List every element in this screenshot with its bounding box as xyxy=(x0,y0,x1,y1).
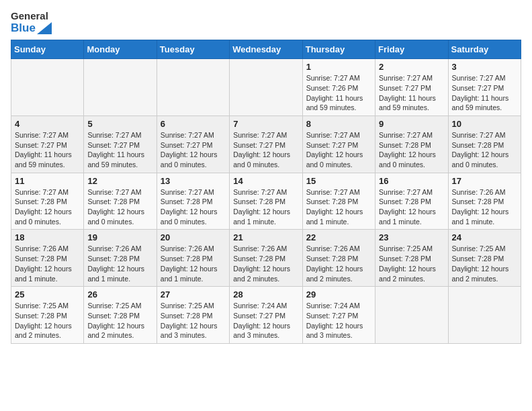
calendar-week-row: 25Sunrise: 7:25 AMSunset: 7:28 PMDayligh… xyxy=(11,287,521,344)
svg-marker-0 xyxy=(37,22,52,34)
day-number: 7 xyxy=(233,119,298,129)
day-info: Sunrise: 7:26 AMSunset: 7:28 PMDaylight:… xyxy=(161,244,226,283)
calendar-day-2: 2Sunrise: 7:27 AMSunset: 7:27 PMDaylight… xyxy=(375,59,448,116)
day-info: Sunrise: 7:24 AMSunset: 7:27 PMDaylight:… xyxy=(306,301,371,340)
day-number: 25 xyxy=(15,289,80,300)
calendar-day-27: 27Sunrise: 7:25 AMSunset: 7:28 PMDayligh… xyxy=(157,287,229,344)
calendar-table: SundayMondayTuesdayWednesdayThursdayFrid… xyxy=(11,40,521,344)
day-header-saturday: Saturday xyxy=(448,40,521,59)
day-info: Sunrise: 7:27 AMSunset: 7:27 PMDaylight:… xyxy=(161,130,226,170)
calendar-day-8: 8Sunrise: 7:27 AMSunset: 7:27 PMDaylight… xyxy=(302,116,375,173)
day-info: Sunrise: 7:26 AMSunset: 7:28 PMDaylight:… xyxy=(306,244,371,283)
calendar-day-empty xyxy=(375,287,448,344)
logo-blue-row: Blue xyxy=(11,22,52,35)
calendar-day-9: 9Sunrise: 7:27 AMSunset: 7:28 PMDaylight… xyxy=(375,116,448,173)
day-number: 16 xyxy=(379,176,444,186)
day-number: 28 xyxy=(233,289,298,300)
calendar-day-21: 21Sunrise: 7:26 AMSunset: 7:28 PMDayligh… xyxy=(230,230,302,287)
day-info: Sunrise: 7:27 AMSunset: 7:27 PMDaylight:… xyxy=(15,130,80,170)
day-info: Sunrise: 7:26 AMSunset: 7:28 PMDaylight:… xyxy=(87,244,152,283)
logo-blue: Blue xyxy=(11,22,36,35)
calendar-day-12: 12Sunrise: 7:27 AMSunset: 7:28 PMDayligh… xyxy=(84,173,157,230)
day-info: Sunrise: 7:25 AMSunset: 7:28 PMDaylight:… xyxy=(379,244,444,283)
header: General Blue xyxy=(11,11,521,34)
calendar-day-16: 16Sunrise: 7:27 AMSunset: 7:28 PMDayligh… xyxy=(375,173,448,230)
day-number: 19 xyxy=(87,232,152,242)
calendar-day-11: 11Sunrise: 7:27 AMSunset: 7:28 PMDayligh… xyxy=(11,173,84,230)
day-info: Sunrise: 7:27 AMSunset: 7:27 PMDaylight:… xyxy=(233,130,298,170)
calendar-day-empty xyxy=(84,59,157,116)
calendar-day-29: 29Sunrise: 7:24 AMSunset: 7:27 PMDayligh… xyxy=(302,287,375,344)
day-info: Sunrise: 7:27 AMSunset: 7:27 PMDaylight:… xyxy=(379,73,444,113)
logo-text: General Blue xyxy=(11,11,52,34)
day-info: Sunrise: 7:25 AMSunset: 7:28 PMDaylight:… xyxy=(15,301,80,340)
calendar-day-17: 17Sunrise: 7:26 AMSunset: 7:28 PMDayligh… xyxy=(448,173,521,230)
day-info: Sunrise: 7:27 AMSunset: 7:26 PMDaylight:… xyxy=(306,73,371,113)
calendar-day-14: 14Sunrise: 7:27 AMSunset: 7:28 PMDayligh… xyxy=(230,173,302,230)
day-info: Sunrise: 7:26 AMSunset: 7:28 PMDaylight:… xyxy=(233,244,298,283)
logo-general: General xyxy=(11,11,48,22)
logo: General Blue xyxy=(11,11,52,34)
day-number: 21 xyxy=(233,232,298,242)
calendar-day-empty xyxy=(157,59,229,116)
calendar-day-1: 1Sunrise: 7:27 AMSunset: 7:26 PMDaylight… xyxy=(302,59,375,116)
calendar-day-5: 5Sunrise: 7:27 AMSunset: 7:27 PMDaylight… xyxy=(84,116,157,173)
day-info: Sunrise: 7:26 AMSunset: 7:28 PMDaylight:… xyxy=(452,187,517,227)
calendar-day-7: 7Sunrise: 7:27 AMSunset: 7:27 PMDaylight… xyxy=(230,116,302,173)
day-header-thursday: Thursday xyxy=(302,40,375,59)
calendar-day-26: 26Sunrise: 7:25 AMSunset: 7:28 PMDayligh… xyxy=(84,287,157,344)
calendar-day-10: 10Sunrise: 7:27 AMSunset: 7:28 PMDayligh… xyxy=(448,116,521,173)
calendar-day-23: 23Sunrise: 7:25 AMSunset: 7:28 PMDayligh… xyxy=(375,230,448,287)
day-number: 9 xyxy=(379,119,444,129)
day-number: 3 xyxy=(452,62,517,72)
calendar-header-row: SundayMondayTuesdayWednesdayThursdayFrid… xyxy=(11,40,521,59)
day-number: 10 xyxy=(452,119,517,129)
day-number: 18 xyxy=(15,232,80,242)
day-info: Sunrise: 7:27 AMSunset: 7:28 PMDaylight:… xyxy=(379,130,444,170)
calendar-day-empty xyxy=(448,287,521,344)
calendar-day-15: 15Sunrise: 7:27 AMSunset: 7:28 PMDayligh… xyxy=(302,173,375,230)
day-number: 29 xyxy=(306,289,371,300)
day-header-friday: Friday xyxy=(375,40,448,59)
calendar-day-18: 18Sunrise: 7:26 AMSunset: 7:28 PMDayligh… xyxy=(11,230,84,287)
day-info: Sunrise: 7:26 AMSunset: 7:28 PMDaylight:… xyxy=(15,244,80,283)
day-number: 23 xyxy=(379,232,444,242)
calendar-day-25: 25Sunrise: 7:25 AMSunset: 7:28 PMDayligh… xyxy=(11,287,84,344)
day-number: 8 xyxy=(306,119,371,129)
day-number: 20 xyxy=(161,232,226,242)
day-number: 2 xyxy=(379,62,444,72)
day-number: 12 xyxy=(87,176,152,186)
calendar-day-3: 3Sunrise: 7:27 AMSunset: 7:27 PMDaylight… xyxy=(448,59,521,116)
day-info: Sunrise: 7:27 AMSunset: 7:28 PMDaylight:… xyxy=(233,187,298,227)
day-info: Sunrise: 7:27 AMSunset: 7:27 PMDaylight:… xyxy=(452,73,517,113)
day-number: 11 xyxy=(15,176,80,186)
day-info: Sunrise: 7:25 AMSunset: 7:28 PMDaylight:… xyxy=(452,244,517,283)
day-header-sunday: Sunday xyxy=(11,40,84,59)
calendar-day-20: 20Sunrise: 7:26 AMSunset: 7:28 PMDayligh… xyxy=(157,230,229,287)
calendar-day-empty xyxy=(11,59,84,116)
day-number: 15 xyxy=(306,176,371,186)
day-info: Sunrise: 7:25 AMSunset: 7:28 PMDaylight:… xyxy=(87,301,152,340)
day-number: 26 xyxy=(87,289,152,300)
calendar-day-22: 22Sunrise: 7:26 AMSunset: 7:28 PMDayligh… xyxy=(302,230,375,287)
day-info: Sunrise: 7:25 AMSunset: 7:28 PMDaylight:… xyxy=(161,301,226,340)
day-info: Sunrise: 7:27 AMSunset: 7:28 PMDaylight:… xyxy=(161,187,226,227)
day-info: Sunrise: 7:27 AMSunset: 7:28 PMDaylight:… xyxy=(379,187,444,227)
day-info: Sunrise: 7:27 AMSunset: 7:28 PMDaylight:… xyxy=(87,187,152,227)
calendar-week-row: 11Sunrise: 7:27 AMSunset: 7:28 PMDayligh… xyxy=(11,173,521,230)
day-info: Sunrise: 7:27 AMSunset: 7:28 PMDaylight:… xyxy=(15,187,80,227)
day-header-tuesday: Tuesday xyxy=(157,40,229,59)
calendar-day-28: 28Sunrise: 7:24 AMSunset: 7:27 PMDayligh… xyxy=(230,287,302,344)
day-info: Sunrise: 7:27 AMSunset: 7:27 PMDaylight:… xyxy=(87,130,152,170)
calendar-week-row: 18Sunrise: 7:26 AMSunset: 7:28 PMDayligh… xyxy=(11,230,521,287)
calendar-day-empty xyxy=(230,59,302,116)
day-info: Sunrise: 7:27 AMSunset: 7:28 PMDaylight:… xyxy=(452,130,517,170)
calendar-day-19: 19Sunrise: 7:26 AMSunset: 7:28 PMDayligh… xyxy=(84,230,157,287)
day-info: Sunrise: 7:27 AMSunset: 7:28 PMDaylight:… xyxy=(306,187,371,227)
calendar-day-6: 6Sunrise: 7:27 AMSunset: 7:27 PMDaylight… xyxy=(157,116,229,173)
day-number: 22 xyxy=(306,232,371,242)
day-number: 14 xyxy=(233,176,298,186)
day-info: Sunrise: 7:24 AMSunset: 7:27 PMDaylight:… xyxy=(233,301,298,340)
day-number: 5 xyxy=(87,119,152,129)
calendar-week-row: 4Sunrise: 7:27 AMSunset: 7:27 PMDaylight… xyxy=(11,116,521,173)
